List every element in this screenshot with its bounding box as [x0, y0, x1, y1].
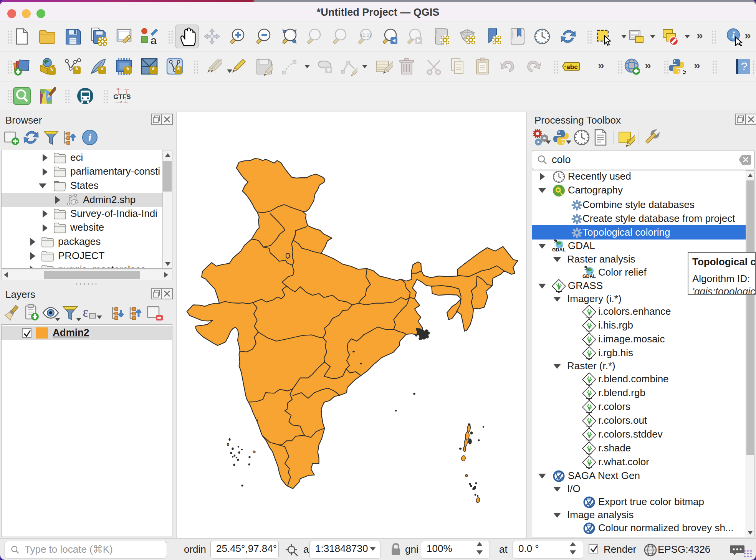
svg-text:*: *	[177, 65, 180, 75]
svg-text:*: *	[126, 65, 129, 75]
svg-text:?: ?	[741, 60, 748, 73]
svg-text:a: a	[151, 35, 157, 46]
svg-text:GDAL: GDAL	[552, 247, 566, 253]
svg-text:GDAL: GDAL	[582, 274, 596, 279]
svg-text:>: >	[683, 68, 686, 76]
svg-text:abc: abc	[566, 63, 577, 71]
svg-text:i: i	[88, 132, 91, 144]
svg-text:i: i	[732, 30, 735, 41]
svg-text:*: *	[100, 65, 104, 75]
svg-text:GTFS: GTFS	[113, 93, 131, 101]
svg-text:*: *	[75, 65, 78, 75]
svg-text:*: *	[50, 66, 53, 76]
svg-text:ε: ε	[83, 304, 88, 320]
svg-text:(1:1): (1:1)	[361, 32, 371, 38]
svg-text:*: *	[151, 65, 155, 75]
